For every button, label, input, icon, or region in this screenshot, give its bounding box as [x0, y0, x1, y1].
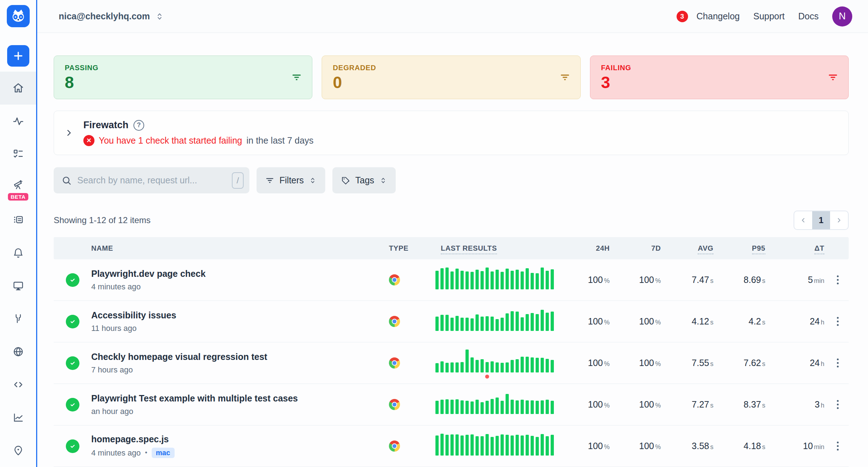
result-bar[interactable] [521, 317, 524, 331]
result-bar[interactable] [521, 435, 524, 456]
result-bar[interactable] [551, 269, 554, 289]
result-bar[interactable] [445, 399, 449, 414]
result-bar[interactable] [481, 436, 484, 456]
result-bar[interactable] [511, 311, 514, 331]
result-bar[interactable] [491, 317, 494, 331]
col-avg[interactable]: AVG [663, 244, 716, 252]
failed-run-dot[interactable] [485, 375, 489, 379]
chevron-right-icon[interactable] [64, 128, 74, 138]
row-menu-button[interactable] [835, 273, 841, 287]
sidebar-item-runtimes[interactable] [0, 368, 36, 401]
account-switcher[interactable]: nica@checklyhq.com [59, 11, 164, 21]
result-bar[interactable] [450, 434, 454, 456]
result-bar[interactable] [435, 317, 439, 331]
check-name[interactable]: Playwright Test example with multiple te… [91, 393, 389, 404]
result-bar[interactable] [506, 313, 509, 331]
result-bar[interactable] [511, 360, 514, 372]
col-p95[interactable]: P95 [716, 244, 767, 252]
passing-card[interactable]: PASSING 8 [54, 56, 312, 99]
result-bar[interactable] [521, 357, 524, 372]
result-bar[interactable] [536, 437, 539, 456]
result-bar[interactable] [526, 357, 529, 372]
sidebar-item-maintenance[interactable] [0, 302, 36, 335]
result-bar[interactable] [506, 362, 509, 372]
result-bar[interactable] [506, 435, 509, 456]
result-bar[interactable] [435, 271, 439, 289]
result-bar[interactable] [460, 435, 464, 456]
result-bar[interactable] [491, 271, 494, 289]
help-icon[interactable]: ? [133, 120, 144, 131]
result-bar[interactable] [541, 434, 544, 456]
create-new-button[interactable] [7, 45, 29, 67]
last-results-chart[interactable] [435, 390, 554, 419]
result-bar[interactable] [481, 359, 484, 372]
result-bar[interactable] [531, 400, 534, 414]
result-bar[interactable] [460, 362, 464, 372]
col-24h[interactable]: 24H [566, 244, 612, 252]
sidebar-item-monitoring[interactable] [0, 105, 36, 138]
result-bar[interactable] [536, 314, 539, 331]
col-7d[interactable]: 7D [612, 244, 663, 252]
result-bar[interactable] [531, 357, 534, 372]
result-bar[interactable] [476, 360, 479, 372]
result-bar[interactable] [506, 269, 509, 289]
result-bar[interactable] [536, 401, 539, 414]
last-results-chart[interactable] [435, 432, 554, 461]
result-bar[interactable] [445, 435, 449, 456]
tag-badge[interactable]: mac [152, 448, 175, 458]
result-bar[interactable] [511, 400, 514, 414]
page-number[interactable]: 1 [812, 211, 830, 229]
result-bar[interactable] [496, 319, 499, 331]
result-bar[interactable] [445, 315, 449, 331]
result-bar[interactable] [455, 434, 459, 456]
result-bar[interactable] [455, 269, 459, 289]
result-bar[interactable] [486, 401, 489, 414]
result-bar[interactable] [470, 318, 474, 331]
filter-icon[interactable] [828, 72, 838, 83]
result-bar[interactable] [551, 435, 554, 456]
result-bar[interactable] [526, 268, 529, 289]
result-bar[interactable] [526, 314, 529, 331]
result-bar[interactable] [486, 362, 489, 372]
sidebar-item-analytics[interactable] [0, 401, 36, 434]
result-bar[interactable] [546, 271, 549, 289]
result-bar[interactable] [531, 436, 534, 456]
result-bar[interactable] [501, 272, 504, 289]
prev-page-button[interactable] [794, 211, 812, 229]
result-bar[interactable] [455, 362, 459, 372]
result-bar[interactable] [460, 271, 464, 289]
result-bar[interactable] [470, 272, 474, 289]
result-bar[interactable] [440, 315, 444, 331]
result-bar[interactable] [491, 361, 494, 372]
result-bar[interactable] [481, 402, 484, 414]
result-bar[interactable] [450, 271, 454, 289]
result-bar[interactable] [486, 434, 489, 456]
sidebar-item-telescope-beta[interactable]: BETA [0, 170, 36, 203]
result-bar[interactable] [440, 361, 444, 372]
result-bar[interactable] [455, 399, 459, 414]
result-bar[interactable] [536, 273, 539, 289]
sidebar-item-checks[interactable] [0, 138, 36, 170]
result-bar[interactable] [476, 270, 479, 289]
support-link[interactable]: Support [753, 11, 785, 21]
filters-button[interactable]: Filters [257, 167, 325, 193]
col-dt[interactable]: ΔT [767, 244, 826, 252]
degraded-card[interactable]: DEGRADED 0 [322, 56, 580, 99]
filter-icon[interactable] [560, 72, 570, 83]
result-bar[interactable] [531, 313, 534, 331]
result-bar[interactable] [546, 436, 549, 456]
row-menu-button[interactable] [835, 315, 841, 328]
check-name[interactable]: homepage.spec.js [91, 434, 389, 444]
search-box[interactable]: / [54, 167, 249, 193]
docs-link[interactable]: Docs [798, 11, 819, 21]
table-row[interactable]: Playwright.dev page check 4 minutes ago … [54, 259, 849, 301]
result-bar[interactable] [546, 313, 549, 331]
result-bar[interactable] [476, 436, 479, 456]
result-bar[interactable] [496, 398, 499, 414]
result-bar[interactable] [450, 318, 454, 331]
result-bar[interactable] [521, 400, 524, 414]
result-bar[interactable] [516, 400, 519, 414]
table-row[interactable]: homepage.spec.js 4 minutes ago • mac 100… [54, 425, 849, 467]
table-row[interactable]: Checkly homepage visual regression test … [54, 342, 849, 384]
row-menu-button[interactable] [835, 398, 841, 411]
